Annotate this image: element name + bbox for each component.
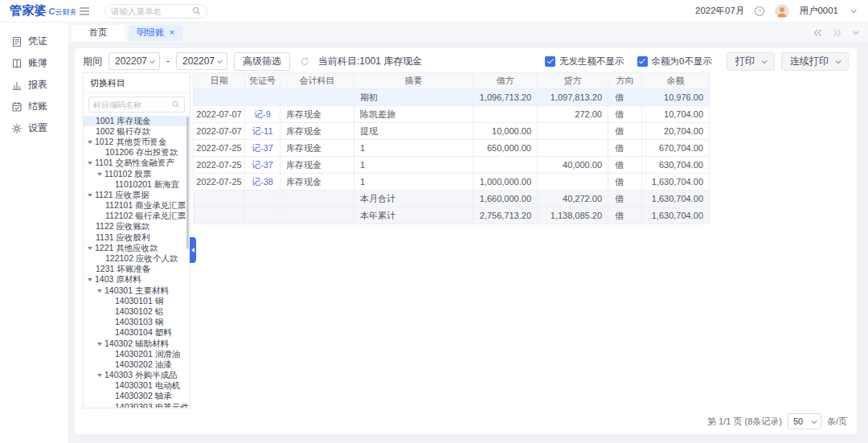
subject-tree-item[interactable]: 1001 库存现金: [84, 116, 190, 126]
avatar[interactable]: [775, 4, 789, 18]
subject-tree-item[interactable]: 122102 应收个人款: [84, 253, 190, 264]
table-row[interactable]: 2022-07-25记-37库存现金140,000.00借630,704.00: [194, 157, 849, 174]
advanced-filter-button[interactable]: 高级筛选: [234, 52, 290, 71]
tree-expander-icon[interactable]: [97, 173, 102, 176]
collapse-subject-panel-handle[interactable]: [190, 237, 196, 263]
tree-expander-icon[interactable]: [88, 194, 92, 197]
table-row[interactable]: 2022-07-07记-11库存现金提现10,000.00借20,704.00: [194, 123, 849, 140]
subject-tree-item[interactable]: 14030101 铜: [84, 296, 190, 306]
tab-scroll-right-icon[interactable]: [833, 29, 841, 37]
checkbox-zero-balance[interactable]: 余额为0不显示: [637, 55, 712, 68]
cell-summary: 期初: [354, 89, 473, 106]
tree-expander-icon[interactable]: [88, 141, 92, 144]
subject-tree-item[interactable]: 14030202 油漆: [84, 359, 190, 370]
sidebar-item[interactable]: 凭证: [0, 31, 68, 52]
tab-scroll-left-icon[interactable]: [813, 29, 822, 37]
subject-tree-item[interactable]: 1121 应收票据: [84, 190, 190, 200]
column-header: 贷方: [538, 73, 608, 89]
page-size-select[interactable]: 50: [788, 413, 821, 429]
tree-scrollbar[interactable]: [186, 117, 189, 249]
tab-label: 明细账: [137, 27, 165, 39]
subject-tree-item[interactable]: 14030201 润滑油: [84, 349, 190, 359]
current-period[interactable]: 2022年07月: [695, 5, 744, 17]
menu-search-input[interactable]: [111, 6, 192, 16]
cell-subject: 库存现金: [280, 123, 354, 140]
sidebar-item[interactable]: 设置: [0, 117, 68, 139]
subject-tree-item[interactable]: 14030104 塑料: [84, 328, 190, 338]
subject-tree-item[interactable]: 110102 股票: [84, 169, 190, 179]
tab-close-icon[interactable]: ×: [170, 28, 174, 37]
sidebar-item[interactable]: 账簿: [0, 52, 68, 74]
user-menu-chevron-icon[interactable]: [851, 7, 857, 13]
subject-search-input[interactable]: [93, 100, 172, 109]
menu-collapse-icon[interactable]: [79, 6, 90, 16]
table-row[interactable]: 2022-07-07记-9库存现金陈凯差旅272.00借10,704.00: [194, 106, 849, 123]
tab-menu-chevron-icon[interactable]: [852, 30, 860, 36]
cell-credit: 272.00: [538, 106, 608, 123]
tree-expander-icon[interactable]: [88, 247, 92, 250]
subject-tree-item[interactable]: 14030301 电动机: [84, 381, 190, 392]
subject-search[interactable]: [88, 96, 185, 113]
subject-tree-item[interactable]: 1101 交易性金融资产: [84, 158, 190, 169]
period-from-select[interactable]: 202207: [108, 52, 160, 70]
sidebar-item[interactable]: 结账: [0, 96, 68, 117]
tree-expander-icon[interactable]: [88, 162, 92, 165]
voucher-link[interactable]: 记-37: [252, 160, 273, 170]
sidebar-item-label: 报表: [28, 78, 47, 92]
subject-tree-item[interactable]: 140302 辅助材料: [84, 338, 190, 349]
subject-tree-item[interactable]: 14030103 钢: [84, 318, 190, 328]
cell-voucher: 记-11: [245, 123, 280, 140]
subject-tree-item[interactable]: 14030302 轴承: [84, 392, 190, 402]
column-header: 摘要: [354, 73, 473, 89]
subject-tree-item[interactable]: 101206 存出投资款: [84, 148, 190, 158]
subject-tree-item[interactable]: 14030102 铝: [84, 306, 190, 317]
refresh-icon[interactable]: [300, 56, 310, 67]
subject-tree-item[interactable]: 1131 应收股利: [84, 232, 190, 243]
subject-tree-item[interactable]: 1231 坏账准备: [84, 265, 190, 275]
voucher-link[interactable]: 记-9: [254, 109, 271, 119]
help-icon[interactable]: ?: [754, 6, 765, 17]
table-row[interactable]: 期初1,096,713.201,097,813.20借10,976.00: [194, 89, 849, 106]
cell-summary: 本月合计: [354, 191, 473, 207]
subject-tree-item[interactable]: 1002 银行存款: [84, 126, 190, 137]
username[interactable]: 用户0001: [799, 5, 838, 17]
subject-tree: 1001 库存现金1002 银行存款1012 其他货币资金101206 存出投资…: [84, 115, 190, 408]
subject-tree-item[interactable]: 112102 银行承兑汇票: [84, 211, 190, 222]
tree-expander-icon[interactable]: [97, 343, 102, 346]
subject-tree-item[interactable]: 11010201 新海宜: [84, 179, 190, 190]
table-row[interactable]: 2022-07-25记-38库存现金11,000,000.00借1,630,70…: [194, 174, 849, 191]
sidebar-item[interactable]: 报表: [0, 74, 68, 96]
print-button[interactable]: 打印: [727, 52, 775, 71]
voucher-link[interactable]: 记-38: [252, 177, 273, 187]
subject-tree-item[interactable]: 140301 主要材料: [84, 285, 190, 296]
voucher-link[interactable]: 记-37: [252, 143, 273, 153]
continuous-print-button[interactable]: 连续打印: [781, 52, 849, 71]
cell-credit: 1,097,813.20: [538, 89, 608, 106]
subject-tree-item[interactable]: 1403 原材料: [84, 275, 190, 285]
period-to-select[interactable]: 202207: [176, 52, 227, 70]
table-row[interactable]: 2022-07-25记-37库存现金1650,000.00借670,704.00: [194, 140, 849, 157]
tree-expander-icon[interactable]: [88, 278, 92, 281]
subject-tree-item[interactable]: 14030303 电器元件: [84, 402, 190, 408]
menu-search[interactable]: [104, 4, 207, 18]
tree-expander-icon[interactable]: [97, 289, 102, 293]
subject-tree-item[interactable]: 140303 外购半成品: [84, 371, 190, 381]
tab-item[interactable]: 首页: [72, 25, 125, 41]
tab-item[interactable]: 明细账×: [129, 25, 182, 41]
search-icon: [192, 6, 201, 15]
table-row[interactable]: 本年累计2,756,713.201,138,085.20借1,630,704.0…: [194, 207, 849, 224]
period-from-value: 202207: [115, 55, 147, 67]
subject-tree-item-label: 14030302 轴承: [115, 391, 172, 402]
subject-tree-item[interactable]: 1012 其他货币资金: [84, 137, 190, 147]
cell-balance: 1,630,704.00: [642, 191, 710, 207]
subject-tree-item[interactable]: 1122 应收账款: [84, 222, 190, 232]
table-row[interactable]: 本月合计1,660,000.0040,272.00借1,630,704.00: [194, 191, 849, 207]
subject-tree-item[interactable]: 112101 商业承兑汇票: [84, 201, 190, 211]
tree-expander-icon[interactable]: [97, 374, 102, 377]
checkbox-no-activity[interactable]: 无发生额不显示: [545, 55, 624, 68]
column-header: 借方: [473, 73, 538, 89]
cell-summary: 1: [354, 174, 473, 191]
subject-tree-item[interactable]: 1221 其他应收款: [84, 243, 190, 253]
voucher-link[interactable]: 记-11: [252, 126, 272, 136]
period-label: 期间: [83, 55, 102, 68]
